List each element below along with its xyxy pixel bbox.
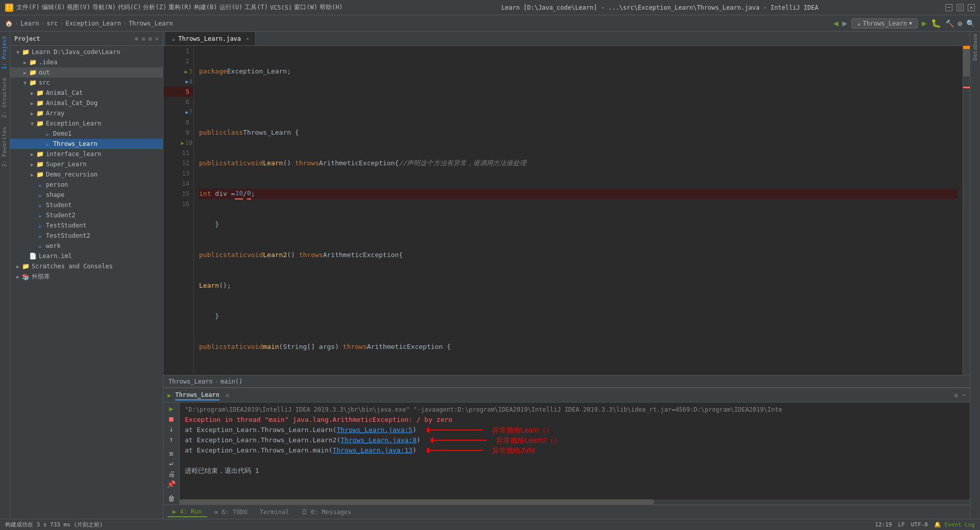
scroll-to-end-button[interactable]: ↓: [165, 425, 178, 433]
minimize-button[interactable]: ─: [945, 4, 952, 11]
editor-main: 1 2 ▶3 ●4 5 6 ●7 8 9 ▶10 11 12 13 14 15 …: [163, 46, 970, 375]
run-panel-tab-label[interactable]: Throws_Learn: [175, 390, 219, 400]
prev-icon[interactable]: ◀: [834, 18, 839, 28]
project-panel-btn[interactable]: 1: Project: [0, 32, 10, 73]
menu-window[interactable]: 窗口(W): [294, 3, 317, 12]
settings-icon[interactable]: ⚙: [958, 19, 962, 28]
menu-edit[interactable]: 编辑(E): [42, 3, 65, 12]
database-panel-btn[interactable]: Database: [972, 34, 978, 61]
menu-build[interactable]: 构建(B): [194, 3, 217, 12]
window-title: Learn [D:\Java_code\Learn] - ...\src\Exc…: [345, 4, 975, 11]
tree-item-exception-learn[interactable]: ▼ 📁 Exception_Learn: [10, 118, 163, 129]
sidebar-collapse-icon[interactable]: ≡: [141, 35, 145, 42]
build-button[interactable]: 🔨: [945, 19, 954, 28]
menu-run[interactable]: 运行(U): [219, 3, 243, 12]
breadcrumb-learn[interactable]: 🏠: [5, 20, 13, 27]
tree-item-demo1[interactable]: ☕ Demo1: [10, 129, 163, 139]
structure-panel-btn[interactable]: Z: Structure: [0, 73, 10, 122]
pin-button[interactable]: 📌: [165, 480, 178, 488]
sidebar-close-icon[interactable]: ✕: [155, 35, 159, 42]
editor-breadcrumb-main[interactable]: main(): [220, 378, 242, 385]
run-output-scrollbar[interactable]: [180, 499, 970, 504]
status-line-col[interactable]: 12:19: [875, 521, 892, 528]
tree-item-super-learn[interactable]: ▶ 📁 Super_Learn: [10, 159, 163, 169]
run-button[interactable]: ▶: [922, 18, 927, 28]
run-panel-settings-icon[interactable]: ⚙: [954, 392, 958, 399]
editor-tab-throws-learn[interactable]: ☕ Throws_Learn.java ✕: [165, 32, 256, 45]
run-line-exception: Exception in thread "main" java.lang.Ari…: [185, 415, 965, 425]
tree-item-learn[interactable]: ▼ 📁 Learn D:\Java_code\Learn: [10, 47, 163, 57]
menu-file[interactable]: 文件(F): [16, 3, 40, 12]
menu-tools[interactable]: 工具(T): [244, 3, 268, 12]
breadcrumb-throws[interactable]: Throws_Learn: [129, 20, 173, 27]
breadcrumb-src[interactable]: src: [47, 20, 58, 27]
rerun-button[interactable]: ▶: [165, 405, 178, 413]
tree-item-test-student[interactable]: ☕ TestStudent: [10, 220, 163, 231]
code-line-2: [199, 97, 958, 107]
tree-item-src[interactable]: ▼ 📁 src: [10, 78, 163, 88]
tree-item-work[interactable]: ☕ work: [10, 241, 163, 251]
breadcrumb-exception[interactable]: Exception_Learn: [66, 20, 121, 27]
link-throws-5[interactable]: Throws_Learn.java:5: [336, 425, 412, 435]
run-config-selector[interactable]: ☕ Throws_Learn ▼: [851, 18, 918, 29]
tab-todo[interactable]: ≡ 6: TODO: [209, 508, 253, 517]
tree-item-shape[interactable]: ☕ shape: [10, 190, 163, 200]
favorites-panel-btn[interactable]: 2: Favorites: [0, 122, 10, 171]
app-icon: IJ: [5, 4, 13, 12]
tree-item-throws-learn[interactable]: ☕ Throws_Learn: [10, 139, 163, 149]
status-notification[interactable]: 🔔 Event Log: [934, 521, 975, 528]
search-icon[interactable]: 🔍: [966, 19, 975, 28]
tree-item-array[interactable]: ▶ 📁 Array: [10, 108, 163, 118]
sidebar-settings-icon[interactable]: ⚙: [149, 35, 152, 42]
tree-item-out[interactable]: ▶ 📁 out: [10, 67, 163, 78]
tree-item-idea[interactable]: ▶ 📁 .idea: [10, 57, 163, 67]
code-content[interactable]: package Exception_Learn; public class Th…: [194, 46, 963, 375]
sidebar-scope-icon[interactable]: ⊕: [135, 35, 138, 42]
run-panel-minimize-icon[interactable]: ─: [962, 392, 966, 399]
tree-item-test-student2[interactable]: ☕ TestStudent2: [10, 231, 163, 241]
tree-item-interface-learn[interactable]: ▶ 📁 interface_learn: [10, 149, 163, 159]
prev-occurrence-button[interactable]: ↑: [165, 435, 178, 443]
menu-navigate[interactable]: 导航(N): [92, 3, 116, 12]
tree-item-animal-cat[interactable]: ▶ 📁 Animal_Cat: [10, 88, 163, 98]
tree-item-external-libs[interactable]: ▶ 📚 外部库: [10, 271, 163, 282]
tab-run[interactable]: ▶ 4: Run: [167, 507, 207, 517]
tree-item-learn-iml[interactable]: 📄 Learn.iml: [10, 251, 163, 261]
next-occurrence-button[interactable]: ≡: [165, 449, 178, 458]
tree-item-person[interactable]: ☕ person: [10, 180, 163, 190]
maximize-button[interactable]: □: [957, 4, 964, 11]
clear-button[interactable]: 🗑: [165, 494, 178, 502]
next-icon[interactable]: ▶: [842, 18, 847, 28]
menu-help[interactable]: 帮助(H): [320, 3, 343, 12]
tree-item-animal-cat-dog[interactable]: ▶ 📁 Animal_Cat_Dog: [10, 98, 163, 108]
print-button[interactable]: 🖨: [165, 470, 178, 478]
line-12: 12: [163, 158, 193, 168]
bottom-tabs: ▶ 4: Run ≡ 6: TODO Terminal ☲ 0: Message…: [163, 504, 970, 519]
soft-wrap-button[interactable]: ↩: [165, 460, 178, 468]
tree-item-student[interactable]: ☕ Student: [10, 200, 163, 210]
tab-terminal[interactable]: Terminal: [255, 508, 295, 517]
editor-breadcrumb-throws[interactable]: Throws_Learn: [168, 378, 213, 385]
close-button[interactable]: ✕: [968, 4, 975, 11]
scroll-thumb: [963, 46, 970, 77]
tab-messages[interactable]: ☲ 0: Messages: [297, 508, 357, 517]
run-config-dropdown-icon[interactable]: ▼: [909, 20, 912, 26]
link-throws-13[interactable]: Throws_Learn.java:13: [333, 445, 413, 456]
menu-analyze[interactable]: 分析(Z): [143, 3, 166, 12]
tab-close-icon[interactable]: ✕: [246, 36, 249, 41]
menu-refactor[interactable]: 重构(R): [168, 3, 192, 12]
status-encoding[interactable]: UTF-8: [911, 521, 928, 528]
run-panel-close-icon[interactable]: ✕: [226, 392, 229, 399]
menu-view[interactable]: 视图(V): [67, 3, 90, 12]
stop-button[interactable]: ■: [165, 415, 178, 423]
tree-item-student2[interactable]: ☕ Student2: [10, 210, 163, 220]
debug-button[interactable]: 🐛: [931, 18, 941, 28]
link-throws-8[interactable]: Throws_Learn.java:8: [340, 435, 416, 445]
editor-scrollbar[interactable]: [963, 46, 970, 375]
menu-vcs[interactable]: VCS(S): [270, 4, 292, 11]
status-line-ending[interactable]: LF: [898, 521, 904, 528]
breadcrumb-learn-label[interactable]: Learn: [20, 20, 39, 27]
menu-code[interactable]: 代码(C): [118, 3, 141, 12]
tree-item-demo-recursion[interactable]: ▶ 📁 Demo_recursion: [10, 169, 163, 180]
tree-item-scratches[interactable]: ▶ 📁 Scratches and Consoles: [10, 261, 163, 271]
